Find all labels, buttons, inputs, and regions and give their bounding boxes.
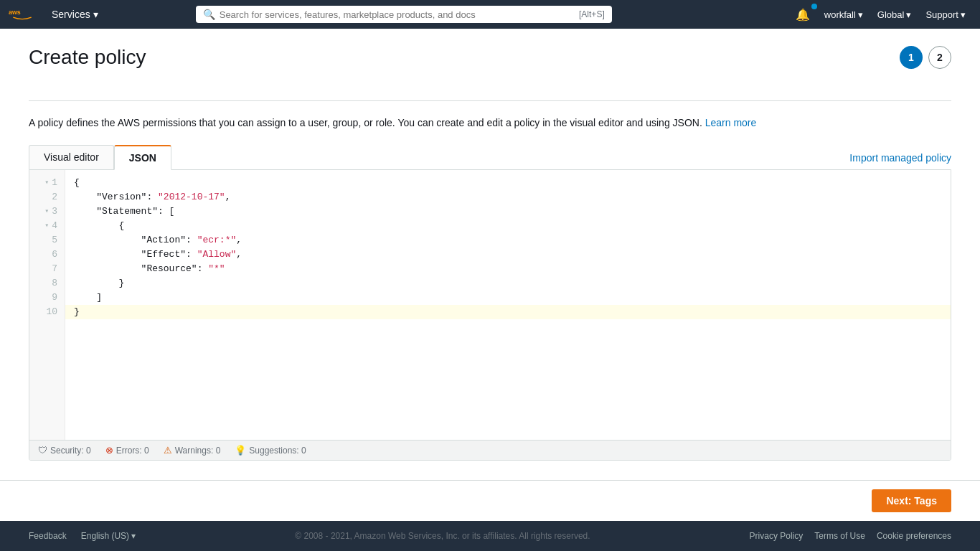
security-label: Security: 0 <box>50 446 91 456</box>
services-label: Services <box>52 9 90 20</box>
description-text: A policy defines the AWS permissions tha… <box>29 116 951 131</box>
region-chevron-icon: ▾ <box>906 9 911 20</box>
main-content: Create policy 1 2 A policy defines the A… <box>0 29 980 480</box>
services-button[interactable]: Services ▾ <box>46 6 104 23</box>
tab-json[interactable]: JSON <box>114 145 171 170</box>
notifications-button[interactable]: 🔔 <box>790 5 816 24</box>
terms-label: Terms of Use <box>814 531 865 541</box>
header-row: Create policy 1 2 <box>29 46 951 86</box>
suggestions-label: Suggestions: 0 <box>249 446 306 456</box>
search-input[interactable] <box>220 9 575 20</box>
security-icon: 🛡 <box>38 445 47 456</box>
search-hint: [Alt+S] <box>579 9 605 19</box>
feedback-link[interactable]: Feedback <box>29 531 67 541</box>
search-bar: 🔍 [Alt+S] <box>196 6 612 23</box>
code-line-8: } <box>65 276 951 291</box>
code-line-empty-1 <box>65 319 951 334</box>
description-body: A policy defines the AWS permissions tha… <box>29 117 702 128</box>
collapse-arrow-3[interactable]: ▾ <box>44 204 49 219</box>
tab-json-label: JSON <box>129 152 156 164</box>
action-bar: Next: Tags <box>0 480 980 521</box>
cookies-label: Cookie preferences <box>877 531 951 541</box>
learn-more-link[interactable]: Learn more <box>705 117 757 128</box>
support-button[interactable]: Support ▾ <box>920 6 971 23</box>
next-label: Next: Tags <box>886 495 937 507</box>
divider <box>29 100 951 101</box>
line-num-7: 7 <box>29 262 65 276</box>
footer-copyright: © 2008 - 2021, Amazon Web Services, Inc.… <box>136 531 749 541</box>
privacy-label: Privacy Policy <box>750 531 804 541</box>
svg-text:aws: aws <box>9 9 21 16</box>
footer-right: Privacy Policy Terms of Use Cookie prefe… <box>750 531 951 541</box>
errors-icon: ⊗ <box>105 445 113 456</box>
code-line-6: "Effect": "Allow", <box>65 248 951 262</box>
step-1-indicator: 1 <box>900 46 923 69</box>
editor-status-bar: 🛡 Security: 0 ⊗ Errors: 0 ⚠ Warnings: 0 … <box>29 440 951 460</box>
cookie-preferences-link[interactable]: Cookie preferences <box>877 531 951 541</box>
bell-icon: 🔔 <box>796 8 810 22</box>
code-line-5: "Action": "ecr:*", <box>65 233 951 248</box>
line-num-3: ▾ 3 <box>29 204 65 219</box>
code-line-4: { <box>65 219 951 233</box>
line-num-4: ▾ 4 <box>29 219 65 233</box>
collapse-arrow-4[interactable]: ▾ <box>44 219 49 233</box>
top-navigation: aws Services ▾ 🔍 [Alt+S] 🔔 workfall ▾ Gl… <box>0 0 980 29</box>
step-2-indicator: 2 <box>928 46 951 69</box>
code-line-empty-4 <box>65 362 951 377</box>
code-line-2: "Version": "2012-10-17", <box>65 190 951 204</box>
user-label: workfall <box>824 9 856 20</box>
errors-label: Errors: 0 <box>116 446 149 456</box>
feedback-label: Feedback <box>29 531 67 541</box>
code-line-10: } <box>65 305 951 319</box>
code-line-empty-5 <box>65 377 951 391</box>
line-num-10: 10 <box>29 305 65 319</box>
security-status: 🛡 Security: 0 <box>38 445 91 456</box>
editor-container: ▾ 1 2 ▾ 3 ▾ 4 5 6 7 8 9 10 <box>29 169 951 461</box>
footer-left: Feedback English (US) ▾ <box>29 531 136 541</box>
code-line-9: ] <box>65 291 951 305</box>
support-label: Support <box>925 9 958 20</box>
warnings-label: Warnings: 0 <box>175 446 221 456</box>
warnings-status: ⚠ Warnings: 0 <box>164 445 221 456</box>
line-num-5: 5 <box>29 233 65 248</box>
language-link[interactable]: English (US) ▾ <box>81 531 136 541</box>
page-title: Create policy <box>29 46 146 69</box>
errors-status: ⊗ Errors: 0 <box>105 445 149 456</box>
privacy-policy-link[interactable]: Privacy Policy <box>750 531 804 541</box>
search-icon: 🔍 <box>203 9 215 20</box>
import-label: Import managed policy <box>849 152 951 164</box>
step-indicators: 1 2 <box>900 46 951 69</box>
import-managed-policy-link[interactable]: Import managed policy <box>849 152 951 169</box>
collapse-arrow-1[interactable]: ▾ <box>44 176 49 190</box>
terms-of-use-link[interactable]: Terms of Use <box>814 531 865 541</box>
aws-logo[interactable]: aws <box>9 6 36 23</box>
line-numbers: ▾ 1 2 ▾ 3 ▾ 4 5 6 7 8 9 10 <box>29 170 65 440</box>
line-num-2: 2 <box>29 190 65 204</box>
line-num-8: 8 <box>29 276 65 291</box>
code-line-empty-8 <box>65 420 951 434</box>
support-chevron-icon: ▾ <box>961 9 966 20</box>
line-num-9: 9 <box>29 291 65 305</box>
step-1-label: 1 <box>908 52 914 63</box>
code-area[interactable]: ▾ 1 2 ▾ 3 ▾ 4 5 6 7 8 9 10 <box>29 170 951 440</box>
warnings-icon: ⚠ <box>164 445 172 456</box>
code-line-empty-7 <box>65 405 951 420</box>
tab-visual-editor-label: Visual editor <box>44 151 99 163</box>
language-label: English (US) <box>81 531 129 541</box>
footer: Feedback English (US) ▾ © 2008 - 2021, A… <box>0 521 980 551</box>
code-line-3: "Statement": [ <box>65 204 951 219</box>
step-2-label: 2 <box>937 52 943 63</box>
tab-visual-editor[interactable]: Visual editor <box>29 145 114 169</box>
suggestions-status: 💡 Suggestions: 0 <box>235 445 306 456</box>
suggestions-icon: 💡 <box>235 445 246 456</box>
region-button[interactable]: Global ▾ <box>872 6 918 23</box>
code-line-empty-2 <box>65 334 951 348</box>
user-menu-button[interactable]: workfall ▾ <box>819 6 869 23</box>
user-chevron-icon: ▾ <box>858 9 863 20</box>
copyright-text: © 2008 - 2021, Amazon Web Services, Inc.… <box>295 531 590 541</box>
notification-dot <box>811 4 817 9</box>
services-chevron-icon: ▾ <box>93 9 98 20</box>
code-lines[interactable]: { "Version": "2012-10-17", "Statement": … <box>65 170 951 440</box>
next-button[interactable]: Next: Tags <box>872 489 951 512</box>
code-line-1: { <box>65 176 951 190</box>
